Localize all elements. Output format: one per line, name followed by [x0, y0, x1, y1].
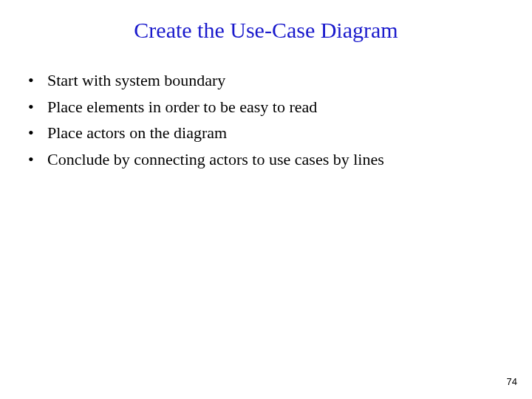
- bullet-icon: •: [27, 96, 47, 118]
- bullet-text: Place actors on the diagram: [47, 122, 227, 144]
- bullet-icon: •: [27, 122, 47, 144]
- bullet-text: Start with system boundary: [47, 69, 225, 92]
- slide-title: Create the Use-Case Diagram: [0, 0, 532, 69]
- list-item: • Place actors on the diagram: [27, 122, 532, 144]
- list-item: • Place elements in order to be easy to …: [27, 96, 532, 118]
- list-item: • Start with system boundary: [27, 69, 532, 92]
- list-item: • Conclude by connecting actors to use c…: [27, 149, 532, 171]
- page-number: 74: [507, 376, 517, 387]
- bullet-icon: •: [27, 149, 47, 171]
- bullet-text: Place elements in order to be easy to re…: [47, 96, 317, 118]
- bullet-text: Conclude by connecting actors to use cas…: [47, 149, 384, 171]
- bullet-list: • Start with system boundary • Place ele…: [0, 69, 532, 171]
- bullet-icon: •: [27, 69, 47, 92]
